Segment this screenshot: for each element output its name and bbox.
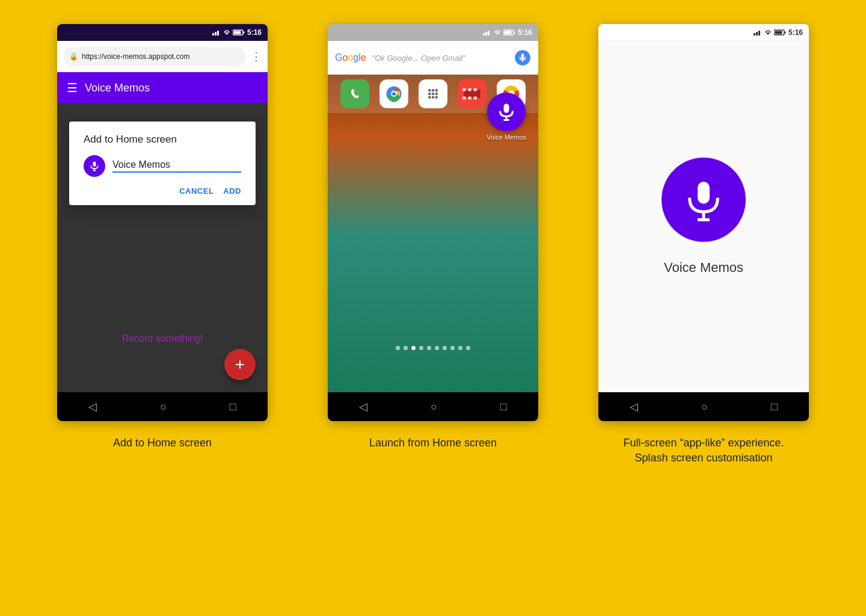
svg-rect-41 [468,97,471,100]
phone-svg [346,85,363,102]
dock-chrome-icon[interactable] [379,79,408,108]
dialog-name-input[interactable] [112,159,241,173]
cancel-button[interactable]: CANCEL [179,186,213,196]
hamburger-icon[interactable]: ☰ [67,81,78,95]
dialog-actions: CANCEL ADD [84,186,241,196]
battery-icon [233,29,245,35]
home-button2[interactable]: ○ [431,401,437,413]
phone2-status-bar: 5:16 [328,24,538,41]
chrome-address-bar[interactable]: 🔒 https://voice-memos.appspot.com [63,47,246,66]
splash-app-name: Voice Memos [664,260,743,276]
phone3-frame: 5:16 Voice Memos ◁ ○ □ [598,24,809,421]
svg-rect-13 [504,31,511,34]
svg-rect-11 [488,31,490,35]
home-button[interactable]: ○ [160,401,167,413]
dot1 [396,346,400,350]
back-button[interactable]: ◁ [88,400,97,413]
svg-point-33 [432,96,435,99]
svg-rect-38 [468,88,471,91]
large-microphone-icon [680,176,728,224]
phones-container: 5:16 🔒 https://voice-memos.appspot.com ⋮… [36,24,830,421]
fab-plus-icon: + [235,356,245,373]
phone1-col: 5:16 🔒 https://voice-memos.appspot.com ⋮… [36,24,289,421]
add-button[interactable]: ADD [223,186,241,196]
phone2-status-icons: 5:16 [483,28,532,37]
dot2 [404,346,408,350]
dot8 [450,346,455,350]
phone2-frame: 5:16 Google "Ok Google... Open Gmail" [328,24,538,421]
back-button2[interactable]: ◁ [359,400,367,413]
svg-rect-10 [485,32,487,35]
dialog-title: Add to Home screen [84,134,241,146]
dock-apps-icon[interactable] [419,79,447,108]
svg-rect-49 [775,31,782,34]
phone2-col: 5:16 Google "Ok Google... Open Gmail" [307,24,559,421]
dock-phone-icon[interactable] [340,79,369,108]
svg-rect-51 [698,182,710,204]
phone3-status-bar: 5:16 [598,24,809,41]
dock-movies-icon[interactable] [458,79,487,108]
phone1-chrome-bar: 🔒 https://voice-memos.appspot.com ⋮ [57,41,268,72]
svg-rect-14 [514,32,515,34]
phone3-splash-content: Voice Memos [598,41,809,392]
phone1-content: Add to Home screen [57,103,268,392]
shortcut-mic-icon [496,101,517,123]
apps-svg [423,84,443,103]
app-title: Voice Memos [85,82,150,94]
svg-rect-16 [521,54,524,59]
phone1-nav-bar: ◁ ○ □ [57,392,268,421]
svg-rect-47 [758,31,760,35]
battery-icon3 [774,29,786,35]
svg-point-32 [428,96,431,99]
phone1-status-bar: 5:16 [57,24,268,41]
svg-rect-45 [754,33,755,35]
svg-rect-5 [243,32,244,34]
phone2-search-bar[interactable]: Google "Ok Google... Open Gmail" [328,41,538,75]
svg-point-29 [428,93,431,96]
phone2-nav-bar: ◁ ○ □ [328,392,538,421]
fab-button[interactable]: + [224,349,256,380]
svg-rect-4 [233,31,241,34]
back-button3[interactable]: ◁ [630,400,638,413]
svg-point-27 [432,89,435,92]
phone3-col: 5:16 Voice Memos ◁ ○ □ [577,24,830,421]
large-mic-circle [662,158,746,242]
movies-svg [462,84,482,103]
phone3-nav-bar: ◁ ○ □ [598,392,809,421]
phone2-time: 5:16 [518,28,532,37]
svg-rect-42 [473,97,477,100]
phone1-frame: 5:16 🔒 https://voice-memos.appspot.com ⋮… [57,24,268,421]
dot6 [435,346,439,350]
phone1-status-icons: 5:16 [212,28,262,37]
dot7 [443,346,447,350]
home-button3[interactable]: ○ [701,401,708,413]
phone1-app-bar: ☰ Voice Memos [57,72,268,103]
svg-point-31 [435,93,438,96]
wifi-icon [223,29,230,35]
shortcut-icon-circle [487,93,526,131]
svg-rect-40 [462,97,466,100]
shortcut-label: Voice Memos [487,134,526,141]
caption2: Launch from Home screen [307,436,559,466]
svg-rect-6 [93,162,96,167]
recent-button2[interactable]: □ [500,401,507,413]
svg-rect-9 [483,33,485,35]
phone3-time: 5:16 [788,28,803,37]
url-text: https://voice-memos.appspot.com [82,52,189,61]
caption3: Full-screen “app-like” experience. Splas… [577,436,830,466]
more-menu-icon[interactable]: ⋮ [251,50,262,63]
recent-button3[interactable]: □ [771,401,778,413]
google-logo: Google [335,52,366,63]
search-hint: "Ok Google... Open Gmail" [372,54,508,63]
recent-button[interactable]: □ [230,401,236,413]
dialog-input-row [84,155,241,177]
caption1: Add to Home screen [36,436,289,466]
lock-icon: 🔒 [69,52,78,61]
captions-row: Add to Home screen Launch from Home scre… [36,436,830,466]
svg-point-34 [435,96,438,99]
svg-rect-37 [462,88,466,91]
voice-memos-shortcut[interactable]: Voice Memos [487,93,526,141]
dot4 [419,346,423,350]
google-mic-icon[interactable] [514,49,531,66]
svg-rect-39 [473,88,477,91]
